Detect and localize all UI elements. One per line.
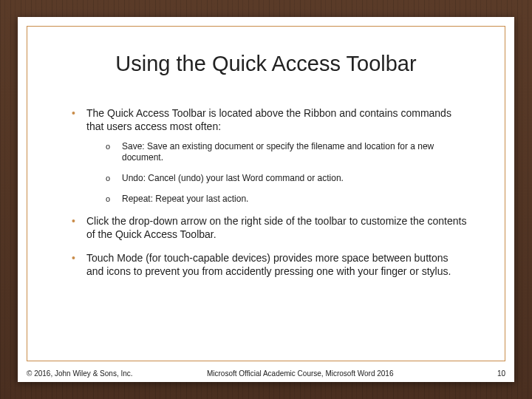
sub-bullet-item: Save: Save an existing document or speci… [106,141,468,164]
bullet-item: The Quick Access Toolbar is located abov… [72,107,468,205]
slide-title: Using the Quick Access Toolbar [64,52,468,76]
footer-page-number: 10 [497,369,505,378]
bullet-item: Touch Mode (for touch-capable devices) p… [72,252,468,279]
content-frame: Using the Quick Access Toolbar The Quick… [27,26,505,361]
sub-bullet-list: Save: Save an existing document or speci… [86,141,468,205]
bullet-text: The Quick Access Toolbar is located abov… [86,107,451,132]
sub-bullet-item: Undo: Cancel (undo) your last Word comma… [106,173,468,185]
slide-background: Using the Quick Access Toolbar The Quick… [0,0,532,399]
bullet-item: Click the drop-down arrow on the right s… [72,215,468,242]
bullet-text: Touch Mode (for touch-capable devices) p… [86,252,451,277]
bullet-text: Click the drop-down arrow on the right s… [86,215,466,240]
slide-page: Using the Quick Access Toolbar The Quick… [18,17,514,382]
slide-footer: © 2016, John Wiley & Sons, Inc. Microsof… [27,369,505,378]
bullet-list: The Quick Access Toolbar is located abov… [64,107,468,279]
footer-course: Microsoft Official Academic Course, Micr… [103,369,497,378]
sub-bullet-item: Repeat: Repeat your last action. [106,194,468,205]
